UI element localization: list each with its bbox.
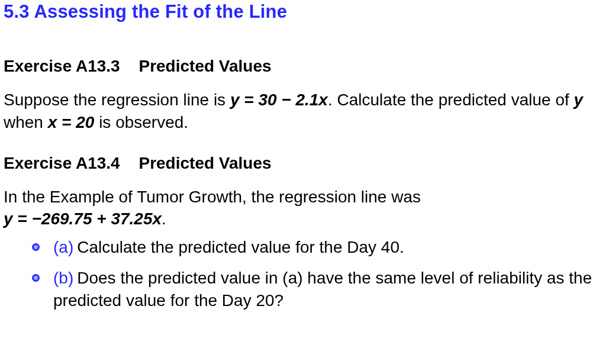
- bullet-icon: [32, 243, 40, 251]
- exercise-heading-a134: Exercise A13.4 Predicted Values: [4, 154, 602, 173]
- exercise-a134-parts: (a)Calculate the predicted value for the…: [4, 236, 602, 311]
- exercise-heading-a133: Exercise A13.3 Predicted Values: [4, 57, 602, 76]
- exercise-title: Predicted Values: [138, 57, 271, 75]
- section-title: Assessing the Fit of the Line: [34, 1, 287, 22]
- bullet-icon: [32, 274, 40, 282]
- condition-x: x = 20: [48, 113, 95, 131]
- part-text: Calculate the predicted value for the Da…: [77, 238, 404, 256]
- part-text: Does the predicted value in (a) have the…: [53, 269, 592, 310]
- text: In the Example of Tumor Growth, the regr…: [4, 188, 421, 206]
- exercise-title: Predicted Values: [138, 154, 271, 172]
- variable-y: y: [574, 91, 584, 109]
- part-label-a: (a): [53, 238, 73, 256]
- exercise-a133-body: Suppose the regression line is y = 30 − …: [4, 89, 602, 134]
- text: when: [4, 113, 48, 131]
- list-item: (b)Does the predicted value in (a) have …: [32, 267, 602, 312]
- section-heading: 5.3 Assessing the Fit of the Line: [4, 1, 602, 22]
- part-label-b: (b): [53, 269, 73, 287]
- text: is observed.: [94, 113, 188, 131]
- text: .: [162, 210, 166, 228]
- regression-equation: y = 30 − 2.1x: [230, 91, 328, 109]
- exercise-label: Exercise A13.4: [4, 154, 120, 172]
- text: Suppose the regression line is: [4, 91, 230, 109]
- section-number: 5.3: [4, 1, 30, 22]
- text: . Calculate the predicted value of: [328, 91, 574, 109]
- exercise-label: Exercise A13.3: [4, 57, 120, 75]
- list-item: (a)Calculate the predicted value for the…: [32, 236, 602, 259]
- exercise-a134-body: In the Example of Tumor Growth, the regr…: [4, 186, 602, 231]
- regression-equation: y = −269.75 + 37.25x: [4, 210, 162, 228]
